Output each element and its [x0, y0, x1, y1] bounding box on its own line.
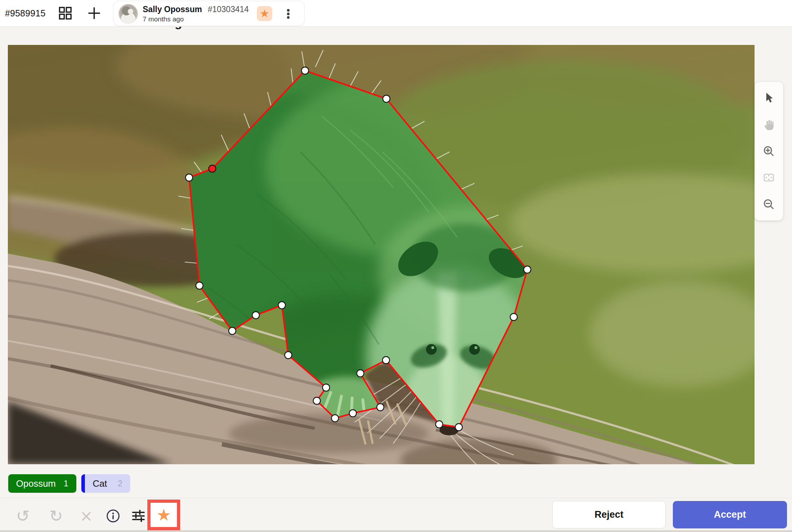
star-button-highlight-box: ★ — [147, 500, 180, 530]
hand-icon — [762, 118, 776, 132]
label-color-bar — [81, 474, 85, 493]
bottom-divider — [0, 498, 792, 498]
polygon-vertex[interactable] — [524, 266, 531, 273]
info-button[interactable] — [104, 504, 122, 528]
annotator-name: Sally Opossum — [143, 5, 202, 14]
undo-icon: ↺ — [16, 508, 30, 524]
polygon-vertex-active[interactable] — [209, 165, 216, 172]
kebab-vertical-icon — [282, 7, 295, 20]
polygon-vertex[interactable] — [186, 174, 193, 181]
label-hotkey: 2 — [107, 479, 130, 488]
polygon-vertex[interactable] — [383, 95, 390, 102]
card-menu-button[interactable] — [281, 7, 295, 21]
zoom-out-tool-button[interactable] — [759, 194, 779, 214]
label-selector: Opossum 1 Cat 2 — [8, 474, 130, 493]
polygon-vertex[interactable] — [382, 357, 390, 364]
zoom-out-icon — [762, 198, 776, 211]
view-settings-icon — [131, 508, 146, 524]
polygon-vertex[interactable] — [349, 410, 356, 417]
label-text: Opossum — [16, 478, 56, 489]
label-chip-opossum[interactable]: Opossum 1 — [8, 474, 76, 493]
top-bar: #9589915 Sally Opossum #10303414 7 month… — [0, 0, 792, 27]
task-id: #9589915 — [5, 0, 46, 26]
polygon-vertex[interactable] — [357, 370, 364, 377]
undo-button[interactable]: ↺ — [14, 504, 32, 528]
plus-icon — [87, 6, 101, 20]
pointer-tool-button[interactable] — [759, 88, 779, 108]
polygon-vertex[interactable] — [252, 312, 259, 319]
grid-view-icon — [59, 6, 72, 20]
polygon-vertex[interactable] — [436, 421, 443, 428]
label-text: Cat — [85, 478, 107, 489]
polygon-vertex[interactable] — [196, 282, 203, 289]
polygon-vertex[interactable] — [313, 397, 320, 404]
image-canvas[interactable] — [8, 45, 755, 464]
zoom-in-tool-button[interactable] — [759, 141, 779, 161]
polygon-vertex[interactable] — [377, 404, 384, 411]
delete-icon: × — [80, 508, 93, 524]
polygon-vertex[interactable] — [455, 424, 462, 431]
annotated-image[interactable] — [8, 45, 755, 464]
polygon-vertex[interactable] — [510, 313, 517, 321]
fit-screen-icon — [762, 171, 776, 184]
fit-screen-tool-button[interactable] — [759, 168, 779, 188]
label-chip-cat[interactable]: Cat 2 — [81, 474, 131, 493]
polygon-vertex[interactable] — [331, 415, 339, 422]
ground-truth-toolbar-button[interactable]: ★ — [151, 503, 177, 527]
reject-button[interactable]: Reject — [552, 501, 666, 528]
view-settings-button[interactable] — [129, 504, 148, 528]
grid-view-button[interactable] — [58, 6, 73, 21]
add-annotation-button[interactable] — [87, 6, 102, 21]
star-icon: ★ — [260, 8, 269, 19]
annotation-id: #10303414 — [208, 5, 249, 14]
polygon-vertex[interactable] — [323, 384, 330, 391]
polygon-vertex[interactable] — [229, 327, 236, 334]
label-hotkey: 1 — [64, 479, 68, 488]
annotation-time: 7 months ago — [143, 15, 184, 23]
pan-tool-button[interactable] — [759, 115, 779, 135]
polygon-vertex[interactable] — [285, 352, 292, 359]
zoom-in-icon — [762, 144, 776, 158]
ground-truth-star-button[interactable]: ★ — [257, 6, 272, 21]
delete-annotation-button[interactable]: × — [77, 504, 96, 528]
accept-button[interactable]: Accept — [673, 501, 787, 528]
pointer-icon — [762, 91, 776, 105]
star-icon: ★ — [156, 507, 171, 523]
polygon-vertex[interactable] — [301, 67, 309, 74]
info-icon — [105, 508, 121, 524]
redo-button[interactable]: ↻ — [47, 504, 65, 528]
annotation-app: { "top_bar": { "task_id": "#9589915", "g… — [0, 0, 792, 532]
window-bottom-strip — [0, 530, 792, 532]
annotator-avatar — [118, 4, 138, 24]
polygon-vertex[interactable] — [278, 302, 285, 309]
annotation-card[interactable]: Sally Opossum #10303414 7 months ago ★ — [113, 1, 305, 26]
redo-icon: ↻ — [49, 508, 63, 524]
canvas-tool-panel — [755, 82, 783, 220]
